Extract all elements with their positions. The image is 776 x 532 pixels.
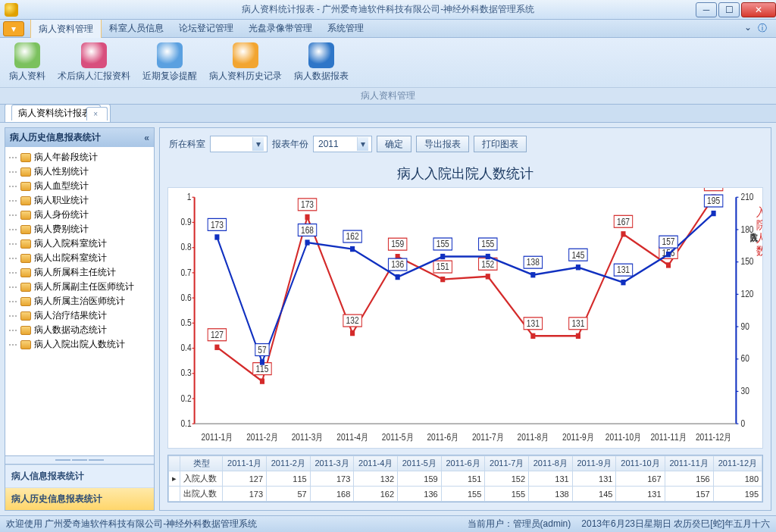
app-menu-button[interactable]: ▾ [3,21,24,36]
splitter[interactable] [5,456,154,464]
svg-text:0.4: 0.4 [180,343,191,352]
sidebar: 病人历史信息报表统计 « ⋯病人年龄段统计⋯病人性别统计⋯病人血型统计⋯病人职业… [5,127,155,511]
svg-text:155: 155 [436,239,449,249]
tree-item[interactable]: ⋯病人所属主治医师统计 [7,294,152,308]
svg-text:173: 173 [211,220,224,230]
svg-text:1: 1 [187,192,192,202]
maximize-button[interactable]: ☐ [718,2,740,17]
svg-text:入: 入 [756,206,762,218]
tree-item[interactable]: ⋯病人数据动态统计 [7,323,152,337]
statusbar: 欢迎使用 广州爱奇迪软件科技有限公司-神经外科数据管理系统 当前用户：管理员(a… [0,515,776,532]
menu-item[interactable]: 论坛登记管理 [171,19,241,39]
svg-text:136: 136 [391,259,404,269]
svg-rect-67 [440,277,445,282]
chart-title: 病人入院出院人数统计 [160,160,771,187]
svg-text:2011-11月: 2011-11月 [650,432,686,442]
ribbon-item[interactable]: 病人资料 [6,41,48,87]
svg-text:145: 145 [571,250,584,260]
svg-text:2011-9月: 2011-9月 [562,432,594,442]
tree-item[interactable]: ⋯病人职业统计 [7,193,152,208]
main-panel: 所在科室 报表年份 2011 确定 导出报表 打印图表 病人入院出院人数统计 0… [159,127,771,511]
folder-icon [20,225,31,234]
ribbon-item[interactable]: 病人数据报表 [291,41,352,87]
svg-rect-112 [576,264,580,270]
svg-rect-97 [350,246,355,252]
sidebar-section-patient-history[interactable]: 病人历史信息报表统计 [5,487,154,510]
ok-button[interactable]: 确定 [377,136,411,152]
svg-rect-61 [350,330,355,336]
ribbon-icon [308,42,334,68]
tree-item[interactable]: ⋯病人出院科室统计 [7,251,152,265]
chart-area: 0.10.20.30.40.50.60.70.80.91030609012015… [167,187,763,449]
menu-item[interactable]: 病人资料管理 [30,19,102,39]
svg-text:115: 115 [255,364,268,374]
svg-rect-106 [486,254,490,259]
ribbon-item[interactable]: 近期复诊提醒 [139,41,200,87]
svg-text:57: 57 [258,345,266,355]
svg-rect-70 [486,274,490,279]
status-user: 当前用户：管理员(admin) [468,518,571,530]
folder-icon [20,167,31,177]
close-button[interactable]: ✕ [741,2,776,17]
folder-icon [20,297,31,306]
folder-icon [20,153,31,162]
menu-item[interactable]: 科室人员信息 [102,19,171,39]
ribbon-collapse-icon[interactable]: ⌄ [744,22,752,35]
close-icon[interactable]: × [86,107,108,120]
svg-text:0.3: 0.3 [180,368,191,378]
tree-item[interactable]: ⋯病人性别统计 [7,164,152,179]
help-icon[interactable]: ⓘ [758,22,767,35]
menu-item[interactable]: 系统管理 [320,19,371,39]
document-tab[interactable]: 病人资料统计报表× [5,104,111,122]
export-button[interactable]: 导出报表 [416,136,469,152]
svg-text:0.2: 0.2 [180,393,191,403]
year-combo[interactable]: 2011 [313,136,372,152]
svg-rect-121 [712,211,716,216]
folder-icon [20,268,31,277]
svg-text:2011-5月: 2011-5月 [382,432,414,442]
svg-text:0.9: 0.9 [180,217,191,227]
dept-label: 所在科室 [169,138,205,151]
tree-item[interactable]: ⋯病人治疗结果统计 [7,308,152,323]
tree-item[interactable]: ⋯病人所属科主任统计 [7,265,152,280]
tree-item[interactable]: ⋯病人入院出院人数统计 [7,337,152,352]
collapse-icon[interactable]: « [144,133,149,143]
ribbon-icon [14,42,40,68]
folder-icon [20,311,31,321]
tree-item[interactable]: ⋯病人费别统计 [7,222,152,236]
tree-item[interactable]: ⋯病人所属副主任医师统计 [7,280,152,294]
svg-rect-79 [621,231,625,236]
svg-text:180: 180 [740,224,753,234]
svg-rect-109 [530,272,535,277]
ribbon-item[interactable]: 术后病人汇报资料 [55,41,133,87]
tree-item[interactable]: ⋯病人年龄段统计 [7,150,152,164]
sidebar-header: 病人历史信息报表统计 « [5,128,154,147]
dept-combo[interactable] [210,136,268,152]
window-title: 病人资料统计报表 - 广州爱奇迪软件科技有限公司-神经外科数据管理系统 [242,3,535,16]
svg-text:2011-6月: 2011-6月 [427,432,458,442]
svg-text:0: 0 [740,418,745,428]
svg-text:0.5: 0.5 [180,318,191,327]
ribbon-item[interactable]: 病人资料历史记录 [206,41,285,87]
window-titlebar: 病人资料统计报表 - 广州爱奇迪软件科技有限公司-神经外科数据管理系统 ─ ☐ … [0,0,776,20]
svg-rect-73 [530,333,535,339]
menu-item[interactable]: 光盘录像带管理 [241,19,320,39]
svg-text:数: 数 [756,245,762,257]
tree-item[interactable]: ⋯病人血型统计 [7,179,152,193]
folder-icon [20,182,31,191]
svg-text:120: 120 [740,289,753,299]
status-welcome: 欢迎使用 广州爱奇迪软件科技有限公司-神经外科数据管理系统 [6,518,257,530]
svg-rect-82 [666,262,671,268]
tree-item[interactable]: ⋯病人入院科室统计 [7,236,152,251]
svg-text:162: 162 [346,231,359,241]
tree-item[interactable]: ⋯病人身份统计 [7,208,152,222]
svg-text:155: 155 [481,239,494,249]
folder-icon [20,196,31,205]
sidebar-section-patient-info[interactable]: 病人信息报表统计 [5,465,154,487]
print-button[interactable]: 打印图表 [474,136,527,152]
svg-text:131: 131 [617,265,630,275]
ribbon-icon [233,42,258,68]
folder-icon [20,340,31,349]
minimize-button[interactable]: ─ [696,2,717,17]
svg-rect-76 [576,333,580,339]
